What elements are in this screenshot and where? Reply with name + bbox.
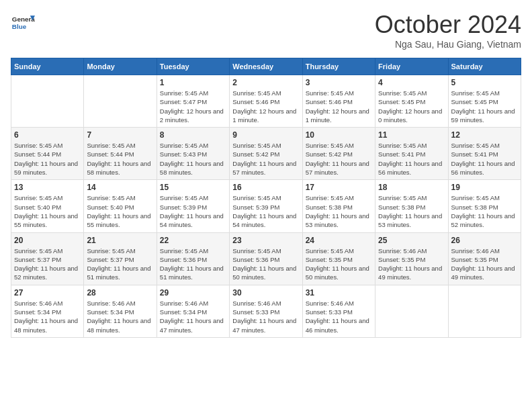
day-info: Sunrise: 5:46 AMSunset: 5:33 PMDaylight:…	[306, 299, 372, 334]
calendar-cell	[11, 75, 84, 128]
day-info: Sunrise: 5:45 AMSunset: 5:47 PMDaylight:…	[160, 89, 226, 124]
day-info: Sunrise: 5:45 AMSunset: 5:35 PMDaylight:…	[306, 246, 372, 282]
day-number: 30	[232, 288, 299, 298]
day-number: 9	[232, 130, 299, 140]
day-number: 4	[378, 78, 445, 87]
calendar-cell: 8Sunrise: 5:45 AMSunset: 5:43 PMDaylight…	[157, 128, 229, 180]
calendar-cell: 10Sunrise: 5:45 AMSunset: 5:42 PMDayligh…	[302, 128, 375, 180]
day-info: Sunrise: 5:46 AMSunset: 5:34 PMDaylight:…	[160, 299, 226, 334]
day-info: Sunrise: 5:45 AMSunset: 5:41 PMDaylight:…	[451, 141, 518, 177]
day-number: 1	[160, 78, 226, 87]
calendar-cell: 12Sunrise: 5:45 AMSunset: 5:41 PMDayligh…	[448, 128, 521, 180]
day-number: 16	[232, 183, 299, 192]
day-number: 6	[14, 130, 81, 140]
day-info: Sunrise: 5:45 AMSunset: 5:40 PMDaylight:…	[14, 193, 81, 229]
calendar-header-row: SundayMondayTuesdayWednesdayThursdayFrid…	[11, 58, 521, 75]
day-info: Sunrise: 5:45 AMSunset: 5:42 PMDaylight:…	[232, 141, 299, 177]
day-number: 3	[306, 78, 372, 87]
day-info: Sunrise: 5:45 AMSunset: 5:45 PMDaylight:…	[451, 89, 518, 124]
day-number: 11	[378, 130, 445, 140]
day-info: Sunrise: 5:45 AMSunset: 5:46 PMDaylight:…	[306, 89, 372, 124]
day-number: 24	[306, 236, 372, 245]
day-info: Sunrise: 5:45 AMSunset: 5:39 PMDaylight:…	[232, 193, 299, 229]
day-number: 27	[14, 288, 81, 298]
day-number: 2	[232, 78, 299, 87]
day-number: 26	[451, 236, 518, 245]
calendar-cell: 27Sunrise: 5:46 AMSunset: 5:34 PMDayligh…	[11, 285, 84, 337]
calendar-cell: 19Sunrise: 5:45 AMSunset: 5:38 PMDayligh…	[448, 180, 521, 232]
day-info: Sunrise: 5:46 AMSunset: 5:34 PMDaylight:…	[87, 299, 153, 334]
calendar-cell: 17Sunrise: 5:45 AMSunset: 5:38 PMDayligh…	[302, 180, 375, 232]
calendar-cell: 7Sunrise: 5:45 AMSunset: 5:44 PMDaylight…	[84, 128, 157, 180]
day-info: Sunrise: 5:45 AMSunset: 5:42 PMDaylight:…	[306, 141, 372, 177]
day-info: Sunrise: 5:46 AMSunset: 5:34 PMDaylight:…	[14, 299, 81, 334]
calendar-cell: 22Sunrise: 5:45 AMSunset: 5:36 PMDayligh…	[157, 232, 229, 285]
calendar-week-2: 6Sunrise: 5:45 AMSunset: 5:44 PMDaylight…	[11, 128, 521, 180]
day-number: 13	[14, 183, 81, 192]
calendar-cell	[84, 75, 157, 128]
logo-icon: General Blue	[11, 11, 35, 35]
calendar-week-5: 27Sunrise: 5:46 AMSunset: 5:34 PMDayligh…	[11, 285, 521, 337]
day-info: Sunrise: 5:45 AMSunset: 5:46 PMDaylight:…	[232, 89, 299, 124]
day-info: Sunrise: 5:46 AMSunset: 5:35 PMDaylight:…	[378, 246, 445, 282]
calendar-cell: 6Sunrise: 5:45 AMSunset: 5:44 PMDaylight…	[11, 128, 84, 180]
day-info: Sunrise: 5:45 AMSunset: 5:38 PMDaylight:…	[451, 193, 518, 229]
day-header-sunday: Sunday	[11, 58, 84, 75]
day-header-wednesday: Wednesday	[230, 58, 302, 75]
svg-text:Blue: Blue	[12, 23, 27, 30]
day-number: 19	[451, 183, 518, 192]
day-info: Sunrise: 5:45 AMSunset: 5:36 PMDaylight:…	[232, 246, 299, 282]
calendar-cell: 21Sunrise: 5:45 AMSunset: 5:37 PMDayligh…	[84, 232, 157, 285]
calendar-cell: 18Sunrise: 5:45 AMSunset: 5:38 PMDayligh…	[375, 180, 448, 232]
day-info: Sunrise: 5:45 AMSunset: 5:38 PMDaylight:…	[378, 193, 445, 229]
day-number: 17	[306, 183, 372, 192]
title-block: October 2024 Nga Sau, Hau Giang, Vietnam	[375, 11, 521, 50]
day-info: Sunrise: 5:45 AMSunset: 5:43 PMDaylight:…	[160, 141, 226, 177]
day-number: 31	[306, 288, 372, 298]
day-header-tuesday: Tuesday	[157, 58, 229, 75]
calendar-cell: 29Sunrise: 5:46 AMSunset: 5:34 PMDayligh…	[157, 285, 229, 337]
day-info: Sunrise: 5:45 AMSunset: 5:38 PMDaylight:…	[306, 193, 372, 229]
calendar-cell: 14Sunrise: 5:45 AMSunset: 5:40 PMDayligh…	[84, 180, 157, 232]
calendar-cell: 5Sunrise: 5:45 AMSunset: 5:45 PMDaylight…	[448, 75, 521, 128]
day-number: 10	[306, 130, 372, 140]
day-number: 7	[87, 130, 153, 140]
calendar-cell	[448, 285, 521, 337]
calendar-cell: 9Sunrise: 5:45 AMSunset: 5:42 PMDaylight…	[230, 128, 302, 180]
calendar-cell: 13Sunrise: 5:45 AMSunset: 5:40 PMDayligh…	[11, 180, 84, 232]
day-info: Sunrise: 5:45 AMSunset: 5:36 PMDaylight:…	[160, 246, 226, 282]
calendar-cell: 30Sunrise: 5:46 AMSunset: 5:33 PMDayligh…	[230, 285, 302, 337]
calendar-cell: 23Sunrise: 5:45 AMSunset: 5:36 PMDayligh…	[230, 232, 302, 285]
calendar-cell: 4Sunrise: 5:45 AMSunset: 5:45 PMDaylight…	[375, 75, 448, 128]
calendar-cell: 26Sunrise: 5:46 AMSunset: 5:35 PMDayligh…	[448, 232, 521, 285]
day-info: Sunrise: 5:45 AMSunset: 5:45 PMDaylight:…	[378, 89, 445, 124]
calendar-week-1: 1Sunrise: 5:45 AMSunset: 5:47 PMDaylight…	[11, 75, 521, 128]
logo: General Blue	[11, 11, 35, 35]
day-info: Sunrise: 5:46 AMSunset: 5:33 PMDaylight:…	[232, 299, 299, 334]
calendar-cell	[375, 285, 448, 337]
calendar-cell: 16Sunrise: 5:45 AMSunset: 5:39 PMDayligh…	[230, 180, 302, 232]
location-subtitle: Nga Sau, Hau Giang, Vietnam	[375, 39, 521, 50]
day-number: 5	[451, 78, 518, 87]
day-info: Sunrise: 5:45 AMSunset: 5:37 PMDaylight:…	[14, 246, 81, 282]
day-header-saturday: Saturday	[448, 58, 521, 75]
calendar-cell: 15Sunrise: 5:45 AMSunset: 5:39 PMDayligh…	[157, 180, 229, 232]
day-number: 20	[14, 236, 81, 245]
day-info: Sunrise: 5:45 AMSunset: 5:37 PMDaylight:…	[87, 246, 153, 282]
calendar-cell: 25Sunrise: 5:46 AMSunset: 5:35 PMDayligh…	[375, 232, 448, 285]
day-number: 18	[378, 183, 445, 192]
day-info: Sunrise: 5:45 AMSunset: 5:40 PMDaylight:…	[87, 193, 153, 229]
calendar-cell: 28Sunrise: 5:46 AMSunset: 5:34 PMDayligh…	[84, 285, 157, 337]
day-number: 15	[160, 183, 226, 192]
calendar-cell: 11Sunrise: 5:45 AMSunset: 5:41 PMDayligh…	[375, 128, 448, 180]
day-number: 25	[378, 236, 445, 245]
day-number: 21	[87, 236, 153, 245]
day-info: Sunrise: 5:45 AMSunset: 5:44 PMDaylight:…	[14, 141, 81, 177]
day-header-friday: Friday	[375, 58, 448, 75]
calendar-cell: 2Sunrise: 5:45 AMSunset: 5:46 PMDaylight…	[230, 75, 302, 128]
day-info: Sunrise: 5:46 AMSunset: 5:35 PMDaylight:…	[451, 246, 518, 282]
calendar-cell: 31Sunrise: 5:46 AMSunset: 5:33 PMDayligh…	[302, 285, 375, 337]
calendar-cell: 24Sunrise: 5:45 AMSunset: 5:35 PMDayligh…	[302, 232, 375, 285]
calendar-cell: 3Sunrise: 5:45 AMSunset: 5:46 PMDaylight…	[302, 75, 375, 128]
day-number: 29	[160, 288, 226, 298]
